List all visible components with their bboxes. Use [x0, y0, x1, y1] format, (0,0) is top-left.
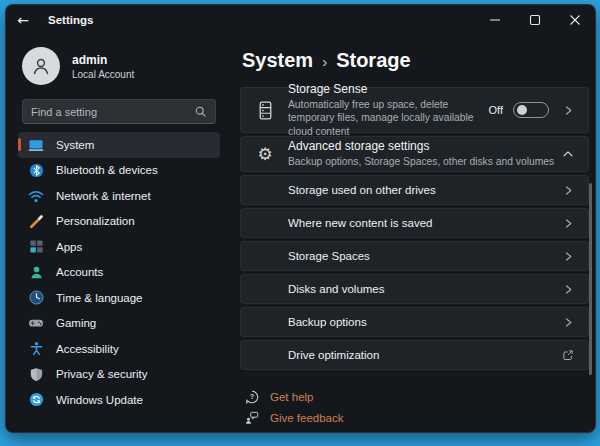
- window-title: Settings: [48, 14, 93, 26]
- sidebar-item-apps[interactable]: Apps: [18, 234, 220, 260]
- sidebar-item-network-internet[interactable]: Network & internet: [18, 183, 220, 209]
- time-language-icon: [28, 290, 44, 306]
- storage-sense-description: Automatically free up space, delete temp…: [288, 98, 489, 138]
- privacy-shield-icon: [28, 366, 44, 382]
- chevron-right-icon: [563, 317, 574, 328]
- toggle-state-label: Off: [489, 104, 503, 116]
- breadcrumb-separator-icon: ›: [322, 53, 327, 70]
- back-arrow-icon: ←: [17, 12, 29, 28]
- chevron-right-icon: [563, 284, 574, 295]
- sidebar-item-label: Apps: [56, 241, 82, 253]
- get-help-link[interactable]: ? Get help: [244, 386, 589, 407]
- sidebar-item-windows-update[interactable]: Windows Update: [18, 387, 220, 413]
- where-new-content-saved-row[interactable]: Where new content is saved: [240, 208, 589, 238]
- sidebar-item-label: Accounts: [56, 266, 103, 278]
- sidebar-item-label: Windows Update: [56, 394, 143, 406]
- person-icon: [30, 55, 52, 77]
- chevron-right-icon: [563, 218, 574, 229]
- storage-sense-row[interactable]: Storage Sense Automatically free up spac…: [240, 87, 589, 133]
- drive-optimization-row[interactable]: Drive optimization: [240, 340, 589, 370]
- sidebar-item-label: Bluetooth & devices: [56, 164, 158, 176]
- storage-sense-toggle[interactable]: [513, 102, 549, 118]
- sidebar-item-accessibility[interactable]: Accessibility: [18, 336, 220, 362]
- svg-text:?: ?: [250, 392, 255, 401]
- storage-spaces-row[interactable]: Storage Spaces: [240, 241, 589, 271]
- close-button[interactable]: [555, 5, 595, 35]
- titlebar: ← Settings: [6, 5, 595, 35]
- minimize-icon: [489, 14, 501, 26]
- settings-window: ← Settings admin: [5, 4, 596, 433]
- search-icon: [194, 105, 207, 118]
- sidebar-item-accounts[interactable]: Accounts: [18, 260, 220, 286]
- sidebar-item-label: Time & language: [56, 292, 143, 304]
- sidebar-item-privacy-security[interactable]: Privacy & security: [18, 362, 220, 388]
- sidebar-nav: System Bluetooth & devices: [6, 132, 232, 413]
- storage-sense-title: Storage Sense: [288, 82, 489, 96]
- settings-rows: Storage Sense Automatically free up spac…: [240, 87, 589, 370]
- sidebar-item-bluetooth-devices[interactable]: Bluetooth & devices: [18, 158, 220, 184]
- windows-update-icon: [28, 392, 44, 408]
- storage-used-other-drives-row[interactable]: Storage used on other drives: [240, 175, 589, 205]
- search-box[interactable]: [22, 99, 216, 124]
- user-account[interactable]: admin Local Account: [22, 47, 232, 85]
- sidebar-item-personalization[interactable]: Personalization: [18, 209, 220, 235]
- minimize-button[interactable]: [475, 5, 515, 35]
- footer-links: ? Get help Give feedback: [244, 386, 589, 428]
- chevron-right-icon: [563, 105, 574, 116]
- give-feedback-link[interactable]: Give feedback: [244, 407, 589, 428]
- sidebar-item-label: Personalization: [56, 215, 135, 227]
- toggle-knob: [517, 105, 527, 115]
- user-account-type: Local Account: [72, 69, 134, 80]
- back-button[interactable]: ←: [6, 5, 40, 35]
- advanced-storage-title: Advanced storage settings: [288, 139, 562, 153]
- sidebar-item-label: System: [56, 139, 94, 151]
- vertical-scrollbar[interactable]: [589, 183, 592, 375]
- maximize-icon: [529, 14, 541, 26]
- sidebar-item-gaming[interactable]: Gaming: [18, 311, 220, 337]
- backup-options-row[interactable]: Backup options: [240, 307, 589, 337]
- gaming-icon: [28, 315, 44, 331]
- feedback-icon: [244, 411, 260, 425]
- gear-icon: ⚙: [255, 146, 275, 163]
- sidebar-item-system[interactable]: System: [18, 132, 220, 158]
- storage-drive-icon: [255, 101, 275, 120]
- disks-and-volumes-row[interactable]: Disks and volumes: [240, 274, 589, 304]
- personalization-icon: [28, 213, 44, 229]
- breadcrumb-system[interactable]: System: [242, 49, 313, 72]
- sidebar-item-label: Network & internet: [56, 190, 151, 202]
- chevron-right-icon: [563, 185, 574, 196]
- accounts-icon: [28, 264, 44, 280]
- search-input[interactable]: [31, 106, 194, 118]
- sidebar-item-label: Gaming: [56, 317, 96, 329]
- main-pane: System › Storage: [232, 35, 595, 432]
- sidebar-item-label: Privacy & security: [56, 368, 147, 380]
- chevron-up-icon: [562, 148, 574, 160]
- page-title: Storage: [336, 49, 410, 72]
- apps-icon: [28, 239, 44, 255]
- avatar: [22, 47, 60, 85]
- advanced-storage-settings-row[interactable]: ⚙ Advanced storage settings Backup optio…: [240, 136, 589, 172]
- advanced-storage-description: Backup options, Storage Spaces, other di…: [288, 155, 562, 168]
- system-icon: [28, 137, 44, 153]
- sidebar-item-label: Accessibility: [56, 343, 119, 355]
- network-icon: [28, 188, 44, 204]
- bluetooth-icon: [28, 162, 44, 178]
- sidebar: admin Local Account: [6, 35, 232, 432]
- sidebar-item-time-language[interactable]: Time & language: [18, 285, 220, 311]
- user-name: admin: [72, 53, 134, 67]
- breadcrumb: System › Storage: [242, 49, 589, 75]
- external-link-icon: [562, 349, 574, 361]
- maximize-button[interactable]: [515, 5, 555, 35]
- help-icon: ?: [244, 390, 260, 404]
- close-icon: [569, 14, 581, 26]
- accessibility-icon: [28, 341, 44, 357]
- chevron-right-icon: [563, 251, 574, 262]
